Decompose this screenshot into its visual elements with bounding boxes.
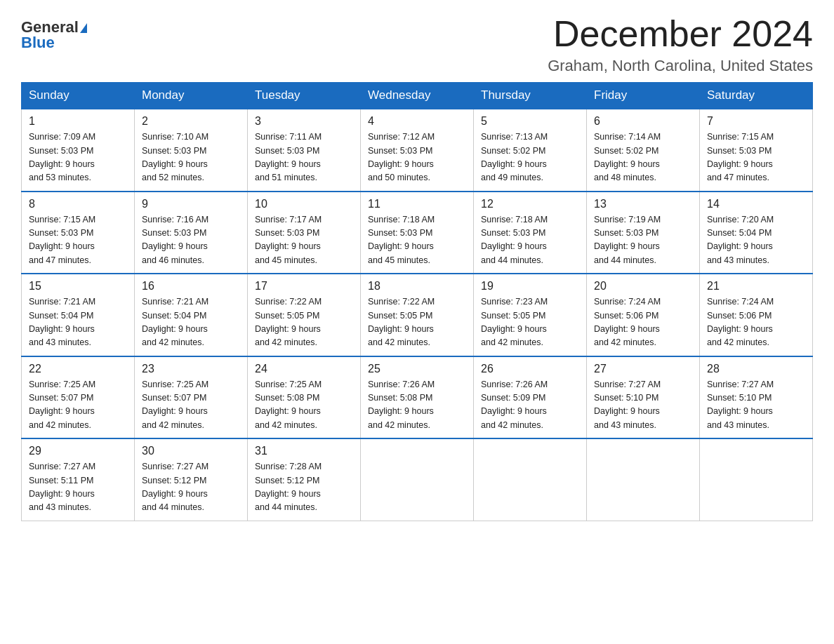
day-number: 29 xyxy=(29,445,127,457)
calendar-cell: 26Sunrise: 7:26 AMSunset: 5:09 PMDayligh… xyxy=(474,356,587,439)
day-number: 21 xyxy=(707,280,805,293)
day-info: Sunrise: 7:28 AMSunset: 5:12 PMDaylight:… xyxy=(255,460,353,515)
calendar-cell: 29Sunrise: 7:27 AMSunset: 5:11 PMDayligh… xyxy=(22,438,135,521)
calendar-cell: 8Sunrise: 7:15 AMSunset: 5:03 PMDaylight… xyxy=(22,192,135,274)
day-number: 31 xyxy=(255,445,353,457)
calendar-cell: 10Sunrise: 7:17 AMSunset: 5:03 PMDayligh… xyxy=(248,192,361,274)
calendar-header: SundayMondayTuesdayWednesdayThursdayFrid… xyxy=(22,83,813,109)
calendar-cell: 24Sunrise: 7:25 AMSunset: 5:08 PMDayligh… xyxy=(248,356,361,439)
calendar-cell: 2Sunrise: 7:10 AMSunset: 5:03 PMDaylight… xyxy=(135,109,248,192)
calendar-cell: 28Sunrise: 7:27 AMSunset: 5:10 PMDayligh… xyxy=(700,356,813,439)
day-number: 17 xyxy=(255,280,353,293)
calendar-cell: 27Sunrise: 7:27 AMSunset: 5:10 PMDayligh… xyxy=(587,356,700,439)
day-info: Sunrise: 7:23 AMSunset: 5:05 PMDaylight:… xyxy=(481,295,579,350)
day-number: 1 xyxy=(29,115,127,128)
day-info: Sunrise: 7:25 AMSunset: 5:07 PMDaylight:… xyxy=(142,378,240,433)
day-number: 5 xyxy=(481,115,579,128)
column-header-saturday: Saturday xyxy=(700,83,813,109)
calendar-cell xyxy=(700,438,813,521)
calendar-cell: 3Sunrise: 7:11 AMSunset: 5:03 PMDaylight… xyxy=(248,109,361,192)
calendar-cell: 14Sunrise: 7:20 AMSunset: 5:04 PMDayligh… xyxy=(700,192,813,274)
logo-general-row: General xyxy=(21,20,87,35)
day-info: Sunrise: 7:22 AMSunset: 5:05 PMDaylight:… xyxy=(255,295,353,350)
day-info: Sunrise: 7:25 AMSunset: 5:07 PMDaylight:… xyxy=(29,378,127,433)
column-header-wednesday: Wednesday xyxy=(361,83,474,109)
calendar-body: 1Sunrise: 7:09 AMSunset: 5:03 PMDaylight… xyxy=(22,109,813,521)
day-info: Sunrise: 7:18 AMSunset: 5:03 PMDaylight:… xyxy=(481,213,579,268)
month-title: December 2024 xyxy=(548,14,813,54)
day-info: Sunrise: 7:22 AMSunset: 5:05 PMDaylight:… xyxy=(368,295,466,350)
calendar-week-1: 1Sunrise: 7:09 AMSunset: 5:03 PMDaylight… xyxy=(22,109,813,192)
column-header-friday: Friday xyxy=(587,83,700,109)
column-header-sunday: Sunday xyxy=(22,83,135,109)
day-number: 14 xyxy=(707,198,805,210)
day-info: Sunrise: 7:09 AMSunset: 5:03 PMDaylight:… xyxy=(29,130,127,185)
day-info: Sunrise: 7:16 AMSunset: 5:03 PMDaylight:… xyxy=(142,213,240,268)
day-number: 11 xyxy=(368,198,466,210)
day-number: 13 xyxy=(594,198,692,210)
page-header: General Blue December 2024 Graham, North… xyxy=(21,14,813,75)
day-info: Sunrise: 7:26 AMSunset: 5:08 PMDaylight:… xyxy=(368,378,466,433)
day-info: Sunrise: 7:12 AMSunset: 5:03 PMDaylight:… xyxy=(368,130,466,185)
day-number: 24 xyxy=(255,363,353,375)
day-info: Sunrise: 7:27 AMSunset: 5:12 PMDaylight:… xyxy=(142,460,240,515)
calendar-cell: 4Sunrise: 7:12 AMSunset: 5:03 PMDaylight… xyxy=(361,109,474,192)
day-number: 7 xyxy=(707,115,805,128)
day-info: Sunrise: 7:26 AMSunset: 5:09 PMDaylight:… xyxy=(481,378,579,433)
calendar-week-3: 15Sunrise: 7:21 AMSunset: 5:04 PMDayligh… xyxy=(22,274,813,356)
day-number: 4 xyxy=(368,115,466,128)
calendar-cell xyxy=(587,438,700,521)
day-number: 10 xyxy=(255,198,353,210)
logo-blue-text: Blue xyxy=(21,34,55,51)
calendar-cell: 15Sunrise: 7:21 AMSunset: 5:04 PMDayligh… xyxy=(22,274,135,356)
calendar-cell: 6Sunrise: 7:14 AMSunset: 5:02 PMDaylight… xyxy=(587,109,700,192)
column-header-thursday: Thursday xyxy=(474,83,587,109)
calendar-cell xyxy=(474,438,587,521)
calendar-cell: 5Sunrise: 7:13 AMSunset: 5:02 PMDaylight… xyxy=(474,109,587,192)
days-of-week-row: SundayMondayTuesdayWednesdayThursdayFrid… xyxy=(22,83,813,109)
day-info: Sunrise: 7:17 AMSunset: 5:03 PMDaylight:… xyxy=(255,213,353,268)
calendar-week-2: 8Sunrise: 7:15 AMSunset: 5:03 PMDaylight… xyxy=(22,192,813,274)
day-number: 22 xyxy=(29,363,127,375)
calendar-cell: 16Sunrise: 7:21 AMSunset: 5:04 PMDayligh… xyxy=(135,274,248,356)
logo-triangle-icon xyxy=(80,23,87,33)
day-info: Sunrise: 7:13 AMSunset: 5:02 PMDaylight:… xyxy=(481,130,579,185)
day-number: 23 xyxy=(142,363,240,375)
day-info: Sunrise: 7:19 AMSunset: 5:03 PMDaylight:… xyxy=(594,213,692,268)
calendar-cell: 7Sunrise: 7:15 AMSunset: 5:03 PMDaylight… xyxy=(700,109,813,192)
day-number: 30 xyxy=(142,445,240,457)
day-number: 18 xyxy=(368,280,466,293)
calendar-week-5: 29Sunrise: 7:27 AMSunset: 5:11 PMDayligh… xyxy=(22,438,813,521)
calendar-table: SundayMondayTuesdayWednesdayThursdayFrid… xyxy=(21,82,813,521)
calendar-cell: 22Sunrise: 7:25 AMSunset: 5:07 PMDayligh… xyxy=(22,356,135,439)
day-number: 6 xyxy=(594,115,692,128)
title-block: December 2024 Graham, North Carolina, Un… xyxy=(548,14,813,75)
day-number: 2 xyxy=(142,115,240,128)
day-number: 27 xyxy=(594,363,692,375)
day-info: Sunrise: 7:15 AMSunset: 5:03 PMDaylight:… xyxy=(29,213,127,268)
calendar-cell: 31Sunrise: 7:28 AMSunset: 5:12 PMDayligh… xyxy=(248,438,361,521)
calendar-cell: 1Sunrise: 7:09 AMSunset: 5:03 PMDaylight… xyxy=(22,109,135,192)
calendar-cell: 17Sunrise: 7:22 AMSunset: 5:05 PMDayligh… xyxy=(248,274,361,356)
day-info: Sunrise: 7:11 AMSunset: 5:03 PMDaylight:… xyxy=(255,130,353,185)
day-info: Sunrise: 7:10 AMSunset: 5:03 PMDaylight:… xyxy=(142,130,240,185)
calendar-cell: 12Sunrise: 7:18 AMSunset: 5:03 PMDayligh… xyxy=(474,192,587,274)
day-number: 15 xyxy=(29,280,127,293)
calendar-cell: 30Sunrise: 7:27 AMSunset: 5:12 PMDayligh… xyxy=(135,438,248,521)
day-info: Sunrise: 7:24 AMSunset: 5:06 PMDaylight:… xyxy=(707,295,805,350)
calendar-cell: 23Sunrise: 7:25 AMSunset: 5:07 PMDayligh… xyxy=(135,356,248,439)
calendar-cell: 9Sunrise: 7:16 AMSunset: 5:03 PMDaylight… xyxy=(135,192,248,274)
day-number: 8 xyxy=(29,198,127,210)
logo: General Blue xyxy=(21,14,87,51)
calendar-cell xyxy=(361,438,474,521)
day-info: Sunrise: 7:14 AMSunset: 5:02 PMDaylight:… xyxy=(594,130,692,185)
day-info: Sunrise: 7:21 AMSunset: 5:04 PMDaylight:… xyxy=(142,295,240,350)
calendar-cell: 21Sunrise: 7:24 AMSunset: 5:06 PMDayligh… xyxy=(700,274,813,356)
day-info: Sunrise: 7:18 AMSunset: 5:03 PMDaylight:… xyxy=(368,213,466,268)
day-info: Sunrise: 7:27 AMSunset: 5:10 PMDaylight:… xyxy=(707,378,805,433)
day-info: Sunrise: 7:27 AMSunset: 5:10 PMDaylight:… xyxy=(594,378,692,433)
calendar-cell: 18Sunrise: 7:22 AMSunset: 5:05 PMDayligh… xyxy=(361,274,474,356)
day-info: Sunrise: 7:20 AMSunset: 5:04 PMDaylight:… xyxy=(707,213,805,268)
day-number: 12 xyxy=(481,198,579,210)
calendar-cell: 13Sunrise: 7:19 AMSunset: 5:03 PMDayligh… xyxy=(587,192,700,274)
